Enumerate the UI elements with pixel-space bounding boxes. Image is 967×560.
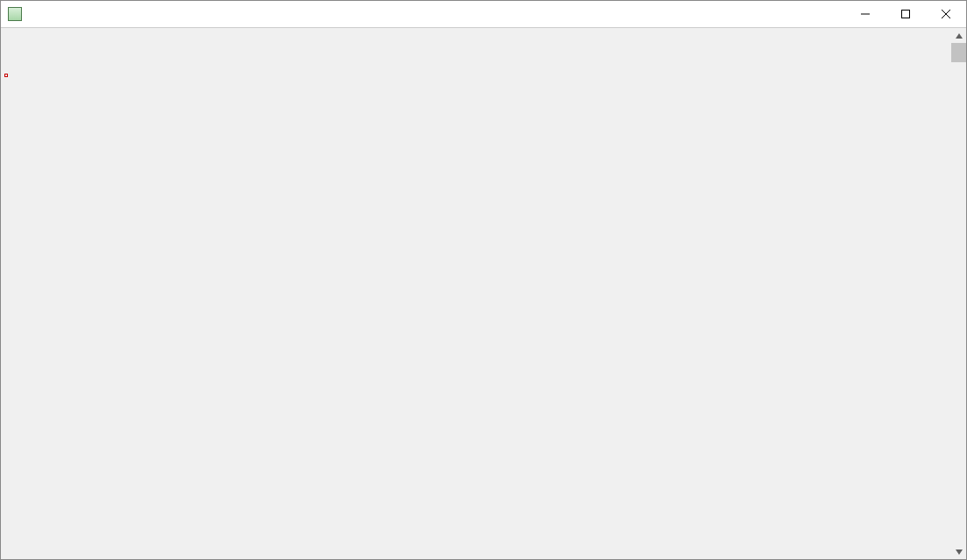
app-icon xyxy=(8,7,22,21)
counts-table xyxy=(4,74,8,77)
client-area xyxy=(1,28,966,559)
scroll-thumb[interactable] xyxy=(951,43,966,62)
maximize-button[interactable] xyxy=(885,1,926,27)
svg-rect-1 xyxy=(902,11,910,18)
minimize-button[interactable] xyxy=(845,1,885,27)
scroll-up-icon[interactable] xyxy=(951,28,966,43)
scroll-down-icon[interactable] xyxy=(951,544,966,559)
close-button[interactable] xyxy=(926,1,966,27)
window-titlebar xyxy=(1,1,966,28)
vertical-scrollbar[interactable] xyxy=(951,28,966,559)
header-text xyxy=(4,30,963,62)
